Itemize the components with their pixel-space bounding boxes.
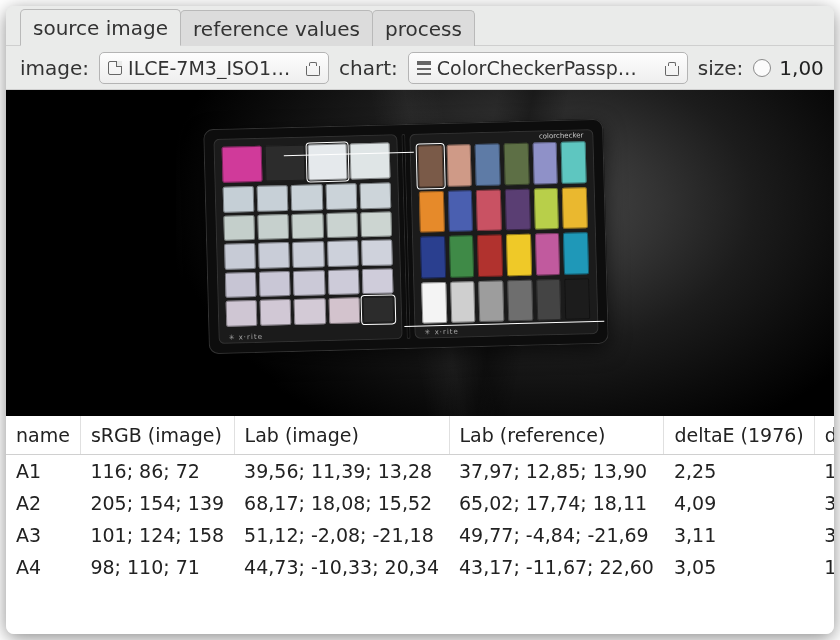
swatch (307, 144, 348, 181)
file-icon (108, 61, 122, 75)
swatch (294, 299, 326, 325)
image-viewport[interactable]: ✳ x·rite colorchecker ✳ x·rite (6, 90, 834, 416)
swatch (222, 146, 263, 183)
image-chooser-value: ILCE-7M3_ISO100_A… (128, 57, 300, 79)
col-header-deltae-1976[interactable]: deltaE (1976) (664, 416, 814, 455)
table-cell: 43,17; -11,67; 22,60 (449, 551, 664, 583)
col-header-srgb[interactable]: sRGB (image) (80, 416, 234, 455)
tab-bar: source image reference values process (6, 6, 834, 46)
colorchecker-passport: ✳ x·rite colorchecker ✳ x·rite (203, 119, 609, 354)
swatch (359, 182, 391, 208)
swatch (360, 211, 392, 237)
app-window: source image reference values process im… (6, 6, 834, 634)
passport-right-panel: colorchecker ✳ x·rite (409, 129, 598, 339)
results-table-wrap: name sRGB (image) Lab (image) Lab (refer… (6, 416, 834, 634)
swatch (258, 242, 290, 268)
chart-chooser-value: ColorCheckerPassp… (437, 57, 659, 79)
size-label: size: (694, 56, 748, 80)
swatch (504, 143, 530, 185)
swatch (325, 183, 357, 209)
col-header-de-partial[interactable]: de (814, 416, 834, 455)
swatch (291, 184, 323, 210)
table-cell: 101; 124; 158 (80, 519, 234, 551)
panel-title: colorchecker (539, 131, 584, 140)
table-cell: 205; 154; 139 (80, 487, 234, 519)
options-row: image: ILCE-7M3_ISO100_A… chart: ColorCh… (6, 46, 834, 90)
table-cell: 3,11 (664, 519, 814, 551)
table-cell: A4 (6, 551, 80, 583)
swatch (327, 269, 359, 295)
size-radio[interactable] (753, 59, 771, 77)
swatch (536, 278, 562, 320)
table-cell: 4,09 (664, 487, 814, 519)
table-row[interactable]: A2205; 154; 13968,17; 18,08; 15,5265,02;… (6, 487, 834, 519)
swatch (292, 241, 324, 267)
swatch (260, 299, 292, 325)
table-cell: 2,25 (664, 455, 814, 488)
table-row[interactable]: A3101; 124; 15851,12; -2,08; -21,1849,77… (6, 519, 834, 551)
swatch (563, 232, 589, 274)
tab-label: source image (33, 16, 168, 40)
swatch (564, 278, 590, 320)
swatch (292, 213, 324, 239)
swatch (476, 189, 502, 231)
table-cell: 3,2 (814, 519, 834, 551)
table-cell: 98; 110; 71 (80, 551, 234, 583)
table-cell: 65,02; 17,74; 18,11 (449, 487, 664, 519)
swatch (226, 300, 258, 326)
passport-left-panel: ✳ x·rite (213, 134, 402, 344)
table-row[interactable]: A1116; 86; 7239,56; 11,39; 13,2837,97; 1… (6, 455, 834, 488)
table-cell: 37,97; 12,85; 13,90 (449, 455, 664, 488)
tab-reference-values[interactable]: reference values (180, 10, 373, 46)
swatch (327, 240, 359, 266)
table-cell: 3,05 (664, 551, 814, 583)
swatch (421, 281, 447, 323)
image-label: image: (16, 56, 93, 80)
tab-label: process (385, 17, 462, 41)
table-cell: 51,12; -2,08; -21,18 (234, 519, 449, 551)
swatch (225, 272, 257, 298)
swatch (419, 191, 445, 233)
chart-label: chart: (335, 56, 402, 80)
swatch (447, 190, 473, 232)
swatch (264, 145, 305, 182)
table-cell: 68,17; 18,08; 15,52 (234, 487, 449, 519)
swatch (223, 215, 255, 241)
tab-label: reference values (193, 17, 360, 41)
chart-chooser[interactable]: ColorCheckerPassp… (408, 52, 688, 84)
col-header-lab-image[interactable]: Lab (image) (234, 416, 449, 455)
table-cell: 1,7 (814, 455, 834, 488)
swatch (293, 270, 325, 296)
swatch (533, 188, 559, 230)
swatch (328, 298, 360, 324)
tab-source-image[interactable]: source image (20, 9, 181, 46)
swatch (561, 141, 587, 183)
swatch (477, 234, 503, 276)
results-table: name sRGB (image) Lab (image) Lab (refer… (6, 416, 834, 583)
swatch (505, 188, 531, 230)
table-row[interactable]: A498; 110; 7144,73; -10,33; 20,3443,17; … (6, 551, 834, 583)
swatch (562, 187, 588, 229)
swatch (479, 280, 505, 322)
col-header-lab-reference[interactable]: Lab (reference) (449, 416, 664, 455)
swatch (418, 145, 444, 187)
folder-open-icon (665, 66, 679, 76)
swatch (507, 279, 533, 321)
list-icon (417, 61, 431, 75)
swatch (361, 240, 393, 266)
table-cell: A2 (6, 487, 80, 519)
swatch (506, 234, 532, 276)
table-cell: 3,1 (814, 487, 834, 519)
swatch (450, 281, 476, 323)
table-cell: A3 (6, 519, 80, 551)
table-cell: 116; 86; 72 (80, 455, 234, 488)
swatch (259, 271, 291, 297)
table-cell: 39,56; 11,39; 13,28 (234, 455, 449, 488)
swatch (449, 235, 475, 277)
swatch (223, 186, 255, 212)
col-header-name[interactable]: name (6, 416, 80, 455)
swatch (420, 236, 446, 278)
image-chooser[interactable]: ILCE-7M3_ISO100_A… (99, 52, 329, 84)
swatch (350, 142, 391, 179)
tab-process[interactable]: process (372, 10, 475, 46)
